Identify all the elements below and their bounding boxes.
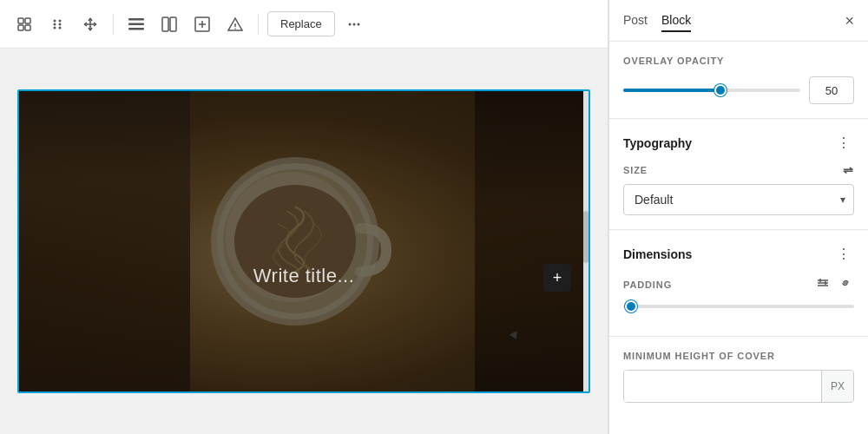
expand-btn[interactable]: [188, 10, 216, 38]
svg-rect-1: [25, 18, 30, 23]
svg-rect-3: [25, 25, 30, 30]
panel-header: Post Block ×: [609, 0, 868, 42]
tab-post[interactable]: Post: [623, 10, 648, 32]
write-title-placeholder[interactable]: Write title...: [253, 265, 355, 287]
svg-rect-2: [18, 25, 23, 30]
align-btn[interactable]: [122, 10, 150, 38]
columns-icon: [161, 16, 177, 32]
dimensions-menu-btn[interactable]: ⋮: [833, 244, 854, 264]
min-height-input-row: PX: [623, 370, 854, 403]
padding-label: PADDING: [623, 279, 672, 290]
svg-point-19: [352, 23, 355, 25]
typography-title: Typography: [623, 136, 692, 150]
arrows-btn[interactable]: [76, 10, 104, 38]
canvas-area: Write title... +: [0, 49, 608, 434]
padding-slider[interactable]: [623, 305, 854, 308]
size-label: SIZE ⇌: [623, 163, 854, 177]
cover-image: [19, 91, 589, 391]
min-height-section: MINIMUM HEIGHT OF COVER PX: [609, 337, 868, 417]
more-icon: [346, 16, 362, 32]
editor-area: Replace: [0, 0, 608, 434]
right-panel: Post Block × OVERLAY OPACITY Typography …: [608, 0, 868, 434]
expand-icon: [194, 16, 210, 32]
dimensions-header: Dimensions ⋮: [623, 244, 854, 264]
size-select-wrapper: Default Small Medium Large X-Large ▾: [623, 184, 854, 215]
svg-point-18: [348, 23, 351, 25]
scroll-thumb[interactable]: [583, 211, 589, 263]
padding-icons: [814, 274, 854, 294]
cover-overlay: [19, 91, 589, 391]
add-block-button[interactable]: +: [543, 264, 571, 292]
align-icon: [128, 18, 144, 30]
min-height-label: MINIMUM HEIGHT OF COVER: [623, 351, 854, 361]
warning-btn[interactable]: [221, 10, 249, 38]
replace-button[interactable]: Replace: [267, 11, 335, 36]
toolbar: Replace: [0, 0, 608, 49]
drag-icon: [49, 16, 65, 32]
slider-row: [623, 76, 854, 104]
padding-thumb[interactable]: [625, 300, 637, 312]
svg-point-20: [357, 23, 359, 25]
svg-point-7: [59, 23, 62, 25]
opacity-value-input[interactable]: [809, 76, 854, 104]
svg-point-8: [54, 26, 56, 29]
padding-settings-icon[interactable]: [814, 274, 832, 294]
drag-handle-btn[interactable]: [43, 10, 71, 38]
svg-rect-0: [18, 18, 23, 23]
size-select[interactable]: Default Small Medium Large X-Large: [623, 184, 854, 215]
overlay-opacity-label: OVERLAY OPACITY: [623, 56, 854, 66]
size-adjust-icon[interactable]: ⇌: [843, 163, 854, 177]
svg-rect-10: [128, 18, 144, 21]
svg-rect-12: [128, 28, 144, 30]
tab-block[interactable]: Block: [661, 10, 691, 32]
divider-1: [113, 14, 114, 35]
slider-track: [623, 89, 800, 92]
svg-point-6: [54, 23, 56, 25]
arrows-icon: [82, 16, 98, 32]
typography-menu-btn[interactable]: ⋮: [833, 133, 854, 153]
dimensions-title: Dimensions: [623, 247, 692, 261]
block-icon: [16, 16, 33, 33]
min-height-input[interactable]: [624, 371, 821, 402]
svg-rect-11: [128, 23, 144, 25]
svg-line-30: [845, 282, 846, 284]
slider-fill: [623, 89, 720, 92]
slider-thumb[interactable]: [714, 84, 727, 96]
overlay-opacity-section: OVERLAY OPACITY: [609, 42, 868, 119]
typography-header: Typography ⋮: [623, 133, 854, 153]
size-label-text: SIZE: [623, 165, 648, 175]
svg-point-5: [59, 19, 62, 22]
svg-point-17: [234, 28, 236, 30]
svg-rect-13: [162, 17, 168, 31]
svg-point-9: [59, 26, 62, 29]
more-options-btn[interactable]: [340, 10, 368, 38]
warning-icon: [227, 16, 243, 32]
cover-block[interactable]: Write title... +: [17, 89, 590, 393]
svg-point-4: [54, 19, 56, 22]
svg-rect-14: [170, 17, 176, 31]
scrollbar[interactable]: [583, 91, 589, 391]
columns-btn[interactable]: [155, 10, 183, 38]
typography-section: Typography ⋮ SIZE ⇌ Default Small Medium…: [609, 119, 868, 230]
divider-2: [258, 14, 259, 35]
close-button[interactable]: ×: [845, 13, 854, 29]
padding-link-icon[interactable]: [837, 274, 854, 294]
slider-container[interactable]: [623, 89, 800, 92]
block-icon-btn[interactable]: [10, 10, 38, 38]
padding-row: PADDING: [623, 274, 854, 294]
min-height-unit: PX: [821, 371, 853, 402]
dimensions-section: Dimensions ⋮ PADDING: [609, 230, 868, 337]
